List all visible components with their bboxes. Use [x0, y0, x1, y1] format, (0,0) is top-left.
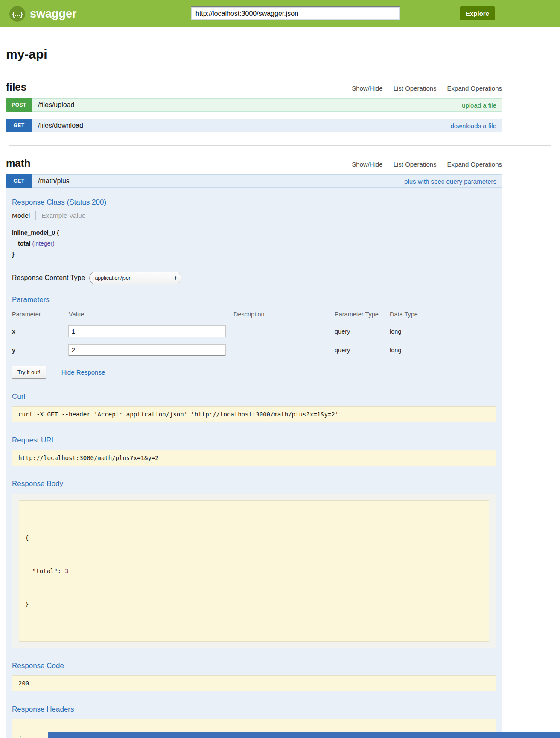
response-body-line: "total": 3: [25, 565, 483, 577]
param-x-description: [233, 322, 335, 341]
spec-url-input[interactable]: [191, 6, 400, 20]
select-arrow-down-icon: ▼: [174, 278, 177, 281]
col-value: Value: [69, 308, 233, 322]
try-it-out-button[interactable]: Try it out!: [12, 366, 46, 379]
swagger-logo[interactable]: {…} swagger: [9, 6, 77, 22]
col-parameter-type: Parameter Type: [335, 308, 390, 322]
swagger-topbar: {…} swagger Explore: [0, 0, 560, 27]
get-files-download-row[interactable]: GET /files/download downloads a file: [6, 119, 502, 132]
files-list-operations-link[interactable]: List Operations: [388, 85, 442, 92]
response-content-type-row: Response Content Type application/json ▲…: [12, 272, 496, 284]
col-parameter: Parameter: [12, 308, 69, 322]
response-body-close: }: [25, 599, 483, 610]
page-title: my-api: [6, 47, 502, 62]
col-description: Description: [233, 308, 335, 322]
request-url-box: http://localhost:3000/math/plus?x=1&y=2: [12, 450, 496, 466]
response-class-heading: Response Class (Status 200): [12, 198, 496, 207]
get-method-badge: GET: [6, 119, 32, 132]
response-body-value: 3: [65, 568, 68, 574]
param-y-input[interactable]: [69, 345, 225, 356]
hide-response-link[interactable]: Hide Response: [61, 369, 105, 376]
swagger-logo-text: swagger: [30, 7, 77, 20]
files-show-hide-link[interactable]: Show/Hide: [347, 85, 388, 92]
response-class-tabs: Model Example Value: [12, 211, 496, 220]
post-files-upload-path: /files/upload: [38, 101, 74, 109]
explore-button[interactable]: Explore: [460, 6, 495, 20]
swagger-logo-icon: {…}: [9, 6, 25, 22]
param-x-data-type: long: [390, 322, 496, 341]
response-body-key: "total":: [25, 568, 65, 574]
math-section-title: math: [6, 157, 30, 169]
get-math-plus-operation: GET /math/plus plus with spec query para…: [6, 174, 502, 738]
request-url-heading: Request URL: [12, 436, 496, 445]
post-files-upload-summary-link[interactable]: upload a file: [462, 102, 496, 109]
response-content-type-select[interactable]: application/json ▲ ▼: [89, 272, 181, 284]
response-body-open: {: [25, 532, 483, 543]
section-divider: [9, 145, 551, 146]
post-files-upload-row[interactable]: POST /files/upload upload a file: [6, 98, 502, 112]
table-row: y query long: [12, 341, 496, 360]
try-it-out-row: Try it out! Hide Response: [12, 366, 496, 379]
files-section-header: files Show/Hide List Operations Expand O…: [6, 81, 502, 93]
math-show-hide-link[interactable]: Show/Hide: [347, 161, 388, 168]
response-content-type-label: Response Content Type: [12, 274, 85, 282]
get-math-plus-summary-link[interactable]: plus with spec query parameters: [404, 178, 496, 185]
curl-command-box: curl -X GET --header 'Accept: applicatio…: [12, 406, 496, 422]
get-method-badge: GET: [6, 174, 32, 188]
parameters-table: Parameter Value Description Parameter Ty…: [12, 308, 496, 360]
tab-example-value[interactable]: Example Value: [41, 212, 85, 220]
parameters-header-row: Parameter Value Description Parameter Ty…: [12, 308, 496, 322]
tab-model[interactable]: Model: [12, 212, 30, 220]
files-expand-operations-link[interactable]: Expand Operations: [442, 85, 502, 92]
param-y-type: query: [335, 341, 390, 360]
param-x-type: query: [335, 322, 390, 341]
math-expand-operations-link[interactable]: Expand Operations: [442, 161, 502, 168]
get-math-plus-row[interactable]: GET /math/plus plus with spec query para…: [6, 174, 502, 188]
main-content: my-api files Show/Hide List Operations E…: [6, 47, 502, 738]
param-name-y: y: [12, 341, 69, 360]
get-files-download-path: /files/download: [38, 122, 83, 129]
param-y-description: [233, 341, 335, 360]
model-property-type: (integer): [32, 240, 54, 247]
model-signature: inline_model_0 { total (integer) }: [12, 228, 496, 260]
param-y-data-type: long: [390, 341, 496, 360]
param-x-input[interactable]: [69, 326, 225, 337]
files-section-title: files: [6, 81, 26, 93]
table-row: x query long: [12, 322, 496, 341]
response-code-box: 200: [12, 675, 496, 691]
model-close-line: }: [12, 249, 496, 260]
param-name-x: x: [12, 322, 69, 341]
files-section-controls: Show/Hide List Operations Expand Operati…: [347, 85, 502, 92]
math-list-operations-link[interactable]: List Operations: [388, 161, 442, 168]
response-body-heading: Response Body: [12, 480, 496, 488]
col-data-type: Data Type: [390, 308, 496, 322]
model-property-name: total: [18, 240, 31, 247]
response-headers-heading: Response Headers: [12, 705, 496, 714]
get-math-plus-path: /math/plus: [38, 177, 70, 185]
parameters-heading: Parameters: [12, 296, 496, 304]
math-section-controls: Show/Hide List Operations Expand Operati…: [347, 161, 502, 168]
post-method-badge: POST: [6, 98, 32, 112]
model-open-line: inline_model_0 {: [12, 228, 496, 238]
tab-separator: [35, 211, 36, 220]
curl-heading: Curl: [12, 392, 496, 401]
select-arrows-icon: ▲ ▼: [174, 275, 177, 281]
response-content-type-value: application/json: [95, 275, 131, 281]
response-body-wrap: { "total": 3 }: [12, 494, 496, 648]
get-math-plus-content: Response Class (Status 200) Model Exampl…: [6, 188, 502, 738]
get-files-download-summary-link[interactable]: downloads a file: [450, 122, 496, 129]
response-code-heading: Response Code: [12, 662, 496, 670]
model-property-line: total (integer): [18, 238, 496, 249]
math-section-header: math Show/Hide List Operations Expand Op…: [6, 157, 502, 169]
bottom-strip: [48, 732, 560, 738]
response-body-box: { "total": 3 }: [19, 500, 489, 642]
